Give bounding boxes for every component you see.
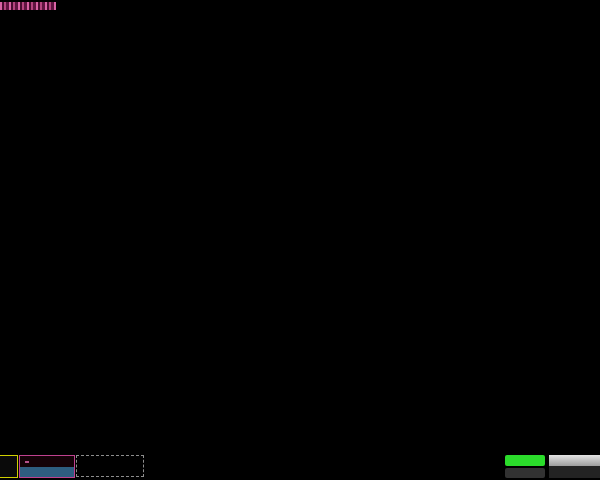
oscilloscope-screen [0,0,600,480]
status-bar [0,453,600,480]
waveform-plot-area[interactable] [0,0,600,320]
c2-eres-badge [25,461,29,463]
add-trace-button[interactable] [76,455,144,477]
timebase-title [549,455,600,466]
time-axis [0,320,600,340]
c1-scale [0,467,17,477]
c2-scale [20,467,74,477]
measurement-table [0,341,600,425]
hd-mode-badge [505,455,545,466]
hd-bits-label [505,468,545,478]
channel-c1-descriptor[interactable] [0,455,18,478]
channel-c2-descriptor[interactable] [19,455,75,478]
c1-coupling [0,456,17,467]
timebase-descriptor[interactable] [549,455,600,478]
timebase-value [549,466,600,478]
measurement-histicons[interactable] [0,424,600,453]
